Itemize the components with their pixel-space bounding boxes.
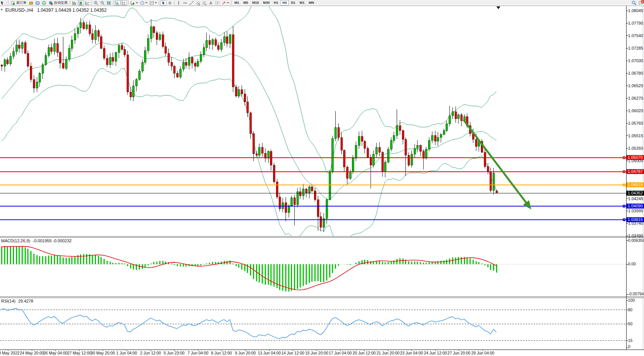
time-axis-label: 7 Jun 04:00 [188, 351, 209, 355]
time-axis-label: 21 Jun 20:00 [377, 351, 400, 355]
terminal-icon[interactable] [35, 0, 41, 6]
time-axis-label: 17 Jun 04:00 [329, 351, 352, 355]
vertical-line-icon[interactable] [176, 0, 182, 6]
price-axis-label: 1.05515 [628, 133, 643, 138]
timeframe-w1[interactable]: W1 [298, 0, 307, 6]
time-axis-label: 27 May 12:00 [67, 351, 91, 355]
auto-scroll-icon[interactable] [115, 0, 121, 6]
price-axis-label: 1.07285 [628, 46, 643, 50]
toolbar-separator [231, 1, 231, 5]
mt4-window: { "toolbar": { "new_order_label": "新订单",… [0, 0, 644, 356]
svg-text:E: E [199, 3, 200, 5]
macd-axis-max: 0.006359 [628, 238, 644, 243]
main-chart-panel [0, 0, 626, 243]
toolbar-separator [70, 1, 70, 5]
macd-histogram [2, 246, 497, 292]
rsi-panel [0, 308, 626, 340]
macd-indicator-label: MACD(12,26,9) -0.001955 -0.000232 [1, 238, 72, 243]
time-axis-label: 14 Jun 12:00 [281, 351, 305, 355]
price-level-badge: 1.04787 [627, 169, 644, 174]
macd-signal-line [2, 246, 496, 290]
candlestick-icon[interactable] [78, 0, 84, 6]
rsi-axis-80: 80 [628, 307, 633, 312]
toolbar-separator [91, 1, 92, 5]
time-axis-label: 26 May 04:00 [43, 351, 68, 355]
time-axis-label: 29 Jun 04:00 [471, 351, 495, 355]
autotrading-button[interactable]: 自动交易 [47, 0, 69, 6]
rsi-axis-15: 15 [628, 338, 633, 343]
signals-icon[interactable] [41, 0, 47, 6]
price-axis-label: 1.05260 [628, 146, 643, 151]
chart-title-caret: ▾ [1, 8, 3, 11]
text-label-icon[interactable]: T [214, 0, 220, 6]
timeframe-d1[interactable]: D1 [289, 0, 297, 6]
bar-chart-icon[interactable] [71, 0, 77, 6]
chart-canvas[interactable] [0, 0, 644, 356]
rsi-axis-100: 100 [628, 298, 635, 303]
templates-icon[interactable] [149, 0, 158, 6]
rsi-line [2, 308, 496, 339]
crosshair-icon[interactable] [167, 0, 173, 6]
timeframe-m30[interactable]: M30 [261, 0, 272, 6]
time-axis-label: 8 Jun 12:00 [211, 351, 232, 355]
line-chart-icon[interactable] [84, 0, 90, 6]
timeframe-m5[interactable]: M5 [242, 0, 250, 6]
top-marker-triangle [496, 6, 500, 9]
periods-icon[interactable] [139, 0, 148, 6]
indicators-icon[interactable] [130, 0, 139, 6]
price-axis-label: 1.06525 [628, 83, 643, 88]
time-axis-label: 24 Jun 12:00 [424, 351, 447, 355]
trend-arrow [463, 120, 529, 207]
rsi-name: RSI(14) [1, 299, 16, 303]
timeframe-m1[interactable]: M1 [232, 0, 241, 6]
svg-text:T: T [217, 2, 218, 5]
bollinger-lower-band [2, 68, 496, 243]
rsi-value: 29.4278 [18, 299, 33, 303]
notifications-icon[interactable]: 1 [638, 0, 644, 6]
new-order-label: 新订单 [16, 0, 27, 5]
symbol-period: EURUSD-,H4 [5, 8, 33, 13]
ohlc-values: 1.04397 1.04429 1.04352 1.04352 [37, 8, 107, 13]
timeframe-m15[interactable]: M15 [250, 0, 261, 6]
market-depth-icon[interactable] [28, 0, 34, 6]
time-axis-label: 30 May 20:00 [91, 351, 115, 355]
time-axis-label: 5 Jun 23:00 [164, 351, 185, 355]
price-axis-label: 1.06270 [628, 96, 643, 100]
chart-shift-icon[interactable] [121, 0, 127, 6]
toolbar-separator [113, 1, 113, 5]
timeframe-h1[interactable]: H1 [272, 0, 280, 6]
zoom-in-icon[interactable] [93, 0, 99, 6]
bollinger-middle-band [2, 43, 496, 200]
time-axis-label: 13 Jun 04:00 [258, 351, 281, 355]
arrows-icon[interactable] [221, 0, 230, 6]
time-axis-label: 27 Jun 20:00 [448, 351, 471, 355]
new-order-button[interactable]: 新订单 [10, 0, 28, 6]
autotrading-label: 自动交易 [54, 0, 68, 5]
equidistant-channel-icon[interactable]: E [195, 0, 201, 6]
fibonacci-icon[interactable]: F [201, 0, 207, 6]
app-icon [0, 0, 6, 6]
search-icon[interactable] [631, 0, 637, 6]
toolbar: 新订单 自动交易 [0, 0, 644, 6]
macd-values: -0.001955 -0.000232 [33, 238, 71, 243]
zoom-out-icon[interactable] [99, 0, 105, 6]
macd-axis-zero: 0.00 [628, 262, 636, 266]
toolbar-separator [159, 1, 159, 5]
candlestick-series [1, 18, 498, 232]
macd-name: MACD(12,26,9) [1, 238, 30, 243]
price-level-badge: 1.05070 [627, 155, 644, 160]
text-icon[interactable]: A [208, 0, 214, 6]
price-axis-label: 1.03995 [628, 209, 643, 213]
cursor-icon[interactable] [160, 0, 166, 6]
time-axis-label: 2 Jun 12:00 [140, 351, 161, 355]
horizontal-line-icon[interactable] [182, 0, 188, 6]
price-level-badge: 1.04519 [627, 182, 644, 187]
time-axis-label: 1 Jun 04:00 [116, 351, 137, 355]
price-axis-label: 1.07790 [628, 21, 643, 25]
timeframe-h4[interactable]: H4 [281, 0, 289, 6]
time-axis-label: 23 May 2022 [0, 351, 19, 355]
svg-text:A: A [210, 1, 212, 5]
tile-windows-icon[interactable] [106, 0, 112, 6]
trendline-icon[interactable] [188, 0, 195, 6]
timeframe-mn[interactable]: MN [307, 0, 316, 6]
